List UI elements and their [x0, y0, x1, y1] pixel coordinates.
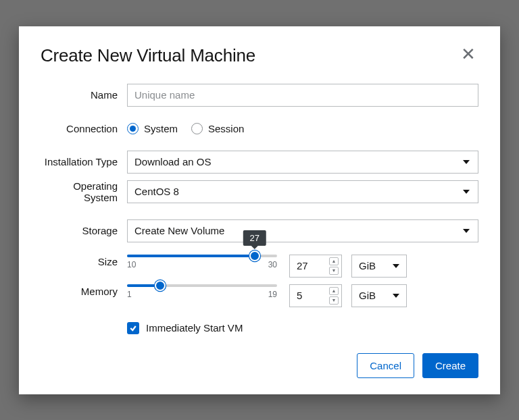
- label-size: Size: [41, 255, 127, 267]
- label-connection: Connection: [41, 123, 127, 134]
- modal-title: Create New Virtual Machine: [41, 45, 255, 66]
- size-input-value: 27: [297, 260, 308, 271]
- spin-down-icon[interactable]: ▼: [329, 296, 339, 305]
- memory-input[interactable]: 5 ▲ ▼: [289, 284, 342, 307]
- row-immediately-start: Immediately Start VM: [127, 322, 478, 334]
- row-size: Size 27 10 30: [41, 255, 478, 278]
- memory-unit-value: GiB: [359, 290, 376, 301]
- size-unit-select[interactable]: GiB: [351, 255, 407, 278]
- immediately-start-label: Immediately Start VM: [146, 322, 243, 334]
- size-min: 10: [127, 260, 136, 269]
- check-icon: [129, 324, 137, 332]
- size-slider[interactable]: 27 10 30: [127, 255, 277, 269]
- radio-system[interactable]: System: [127, 123, 178, 134]
- row-os: Operating System CentOS 8: [41, 180, 478, 203]
- modal-overlay: Create New Virtual Machine ✕ Name Connec…: [0, 0, 519, 420]
- chevron-down-icon: [393, 294, 399, 298]
- row-connection: Connection System Session: [41, 123, 478, 134]
- storage-select[interactable]: Create New Volume: [127, 219, 478, 242]
- label-memory: Memory: [41, 284, 127, 297]
- install-type-value: Download an OS: [134, 156, 211, 167]
- size-max: 30: [268, 260, 277, 269]
- radio-dot-icon: [191, 123, 203, 134]
- size-input[interactable]: 27 ▲ ▼: [289, 255, 342, 278]
- row-memory: Memory 1 19 5: [41, 284, 478, 307]
- slider-thumb[interactable]: [249, 251, 260, 261]
- memory-min: 1: [127, 290, 132, 299]
- name-input[interactable]: [127, 84, 478, 107]
- chevron-down-icon: [463, 229, 470, 233]
- create-button[interactable]: Create: [422, 353, 478, 378]
- label-os: Operating System: [41, 180, 127, 203]
- memory-unit-select[interactable]: GiB: [351, 284, 407, 307]
- chevron-down-icon: [463, 190, 470, 194]
- spin-up-icon[interactable]: ▲: [329, 257, 339, 265]
- close-icon[interactable]: ✕: [458, 44, 478, 64]
- form: Name Connection System: [41, 84, 478, 378]
- storage-value: Create New Volume: [134, 225, 224, 236]
- slider-fill: [127, 255, 255, 257]
- radio-system-label: System: [144, 123, 178, 134]
- radio-session[interactable]: Session: [191, 123, 244, 134]
- install-type-select[interactable]: Download an OS: [127, 151, 478, 174]
- row-install-type: Installation Type Download an OS: [41, 151, 478, 174]
- os-select[interactable]: CentOS 8: [127, 180, 478, 203]
- modal-header: Create New Virtual Machine ✕: [41, 45, 478, 66]
- size-tooltip: 27: [243, 230, 266, 246]
- radio-session-label: Session: [208, 123, 244, 134]
- chevron-down-icon: [463, 160, 470, 164]
- size-unit-value: GiB: [359, 260, 376, 271]
- label-install-type: Installation Type: [41, 156, 127, 167]
- os-value: CentOS 8: [134, 186, 179, 197]
- radio-dot-icon: [127, 123, 139, 134]
- label-storage: Storage: [41, 225, 127, 236]
- spin-up-icon[interactable]: ▲: [329, 287, 339, 295]
- create-vm-modal: Create New Virtual Machine ✕ Name Connec…: [19, 26, 500, 394]
- chevron-down-icon: [393, 264, 399, 268]
- memory-slider[interactable]: 1 19: [127, 284, 277, 299]
- slider-thumb[interactable]: [155, 280, 166, 291]
- memory-max: 19: [268, 290, 277, 299]
- memory-input-value: 5: [297, 290, 302, 301]
- cancel-button[interactable]: Cancel: [357, 353, 414, 378]
- spin-down-icon[interactable]: ▼: [329, 267, 339, 275]
- modal-footer: Cancel Create: [41, 353, 478, 378]
- row-name: Name: [41, 84, 478, 107]
- label-name: Name: [41, 89, 127, 101]
- immediately-start-checkbox[interactable]: [127, 322, 139, 334]
